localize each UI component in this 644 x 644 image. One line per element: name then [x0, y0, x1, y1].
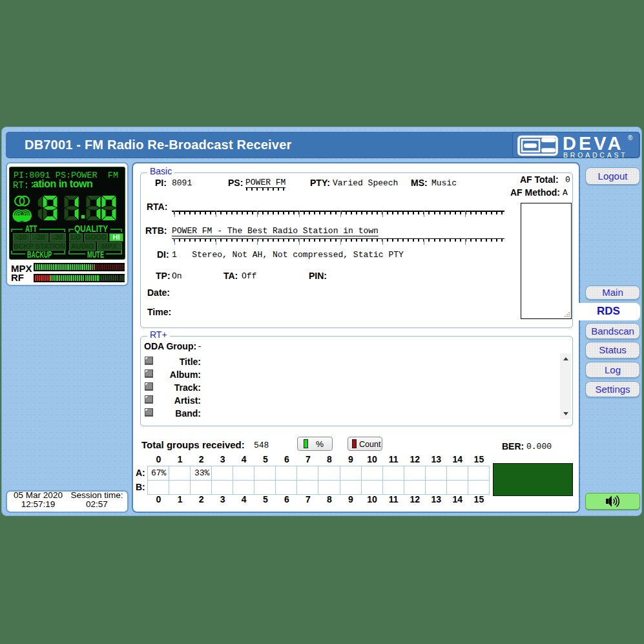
svg-text:®: ® [628, 134, 633, 141]
svg-text:BROADCAST: BROADCAST [563, 151, 628, 159]
